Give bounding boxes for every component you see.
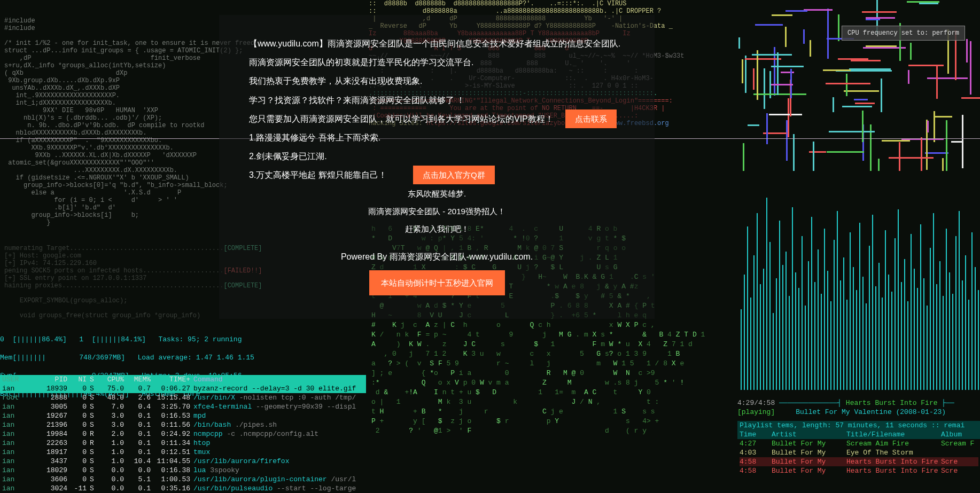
quote-1: 1.路漫漫其修远兮 吾将上下而求索. bbox=[249, 128, 625, 147]
music-player: 4:29/4:58 ──────────────┤ Hearts Burst I… bbox=[737, 398, 980, 475]
process-row[interactable]: ian192670S3.00.10:16.53mpd bbox=[0, 411, 366, 420]
process-row[interactable]: ian213960S3.00.10:11.56/bin/bash ./pipes… bbox=[0, 420, 366, 429]
process-row[interactable]: ian199840R2.00.10:24.92ncmpcpp -c .ncmpc… bbox=[0, 429, 366, 439]
contact-button[interactable]: 点击联系 bbox=[565, 109, 617, 128]
process-row[interactable]: ian189170S1.00.10:12.51tmux bbox=[0, 448, 366, 457]
quote-3: 3.万丈高楼平地起 辉煌只能靠自己！ 点击加入官方Q群 bbox=[249, 166, 625, 184]
process-row[interactable]: ian189390S75.00.70:06.27byzanz-record --… bbox=[0, 384, 366, 393]
intro-line-4: 学习？找资源？找软件？来雨滴资源网安全团队就够了 ！ bbox=[249, 91, 625, 109]
process-row[interactable]: ian34370S1.010.411:04.55/usr/lib/aurora/… bbox=[0, 457, 366, 466]
playlist-row[interactable]: 4:58Bullet For MyHearts Burst Into FireS… bbox=[737, 466, 980, 475]
process-row[interactable]: root28880S48.02.615:15.48/usr/bin/X -nol… bbox=[0, 393, 366, 402]
cpu-notification: CPU frequency set to: perform bbox=[842, 26, 965, 41]
playlist-header: Time Artist Title/Filename Album bbox=[737, 430, 980, 439]
intro-line-3: 我们热衷于免费教学，从来没有出现收费现象. bbox=[249, 72, 625, 90]
powered-by: Powered By 雨滴资源网安全团队-www.yudilu.com. bbox=[249, 247, 625, 266]
playlist-row[interactable]: 4:27Bullet For MyScream Aim FireScream F bbox=[737, 439, 980, 448]
process-row[interactable]: ian30050S7.00.43:25.70xfce4-terminal --g… bbox=[0, 402, 366, 411]
playlist-row[interactable]: 4:03Bullet For MyEye Of The Storm bbox=[737, 448, 980, 457]
slogan-3: 赶紧加入我们吧！ bbox=[249, 220, 625, 238]
intro-line-5: 您只需要加入雨滴资源网安全团队，就可以学习到各大学习网站论坛的VIP教程！ 点击… bbox=[249, 109, 625, 128]
process-table: USER PID NI S CPU% MEM% TIME+ Command ia… bbox=[0, 375, 366, 493]
intro-dialog: 【www.yudilu.com】雨滴资源网安全团队是一个由民间信息安全技术爱好者… bbox=[219, 15, 655, 319]
intro-line-2: 雨滴资源网安全团队的初衷就是打造平民化的学习交流平台. bbox=[249, 53, 625, 72]
join-q-group-button[interactable]: 点击加入官方Q群 bbox=[413, 166, 495, 184]
intro-line-1: 【www.yudilu.com】雨滴资源网安全团队是一个由民间信息安全技术爱好者… bbox=[249, 34, 625, 53]
process-row[interactable]: ian3024-11S0.00.10:35.16/usr/bin/pulseau… bbox=[0, 484, 366, 493]
countdown-wrap: 本站自动倒计时十五秒进入官网 bbox=[249, 266, 625, 295]
process-row[interactable]: ian222630R1.00.10:11.34htop bbox=[0, 439, 366, 448]
audio-visualizer bbox=[737, 176, 980, 390]
slogan-1: 东风吹醒英雄梦. bbox=[249, 185, 625, 202]
countdown-button[interactable]: 本站自动倒计时十五秒进入官网 bbox=[369, 270, 505, 295]
process-table-header: USER PID NI S CPU% MEM% TIME+ Command bbox=[0, 375, 366, 384]
process-row[interactable]: ian180290S0.00.00:16.38lua 3spooky bbox=[0, 466, 366, 475]
playlist-row[interactable]: 4:58Bullet For MyHearts Burst Into FireS… bbox=[737, 457, 980, 466]
quote-2: 2.剑未佩妥身已江湖. bbox=[249, 147, 625, 166]
slogan-2: 雨滴资源网安全团队 - 2019强势招人！ bbox=[249, 202, 625, 220]
process-row[interactable]: ian36060S0.05.11:00.53/usr/lib/aurora/pl… bbox=[0, 475, 366, 484]
